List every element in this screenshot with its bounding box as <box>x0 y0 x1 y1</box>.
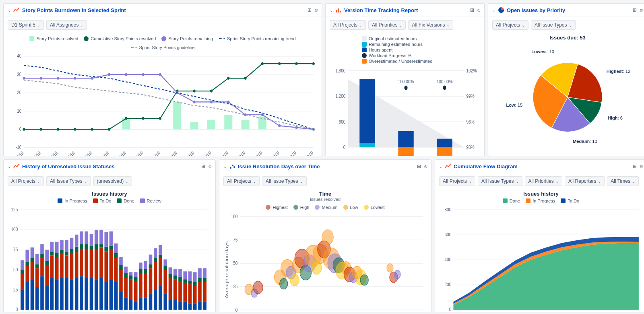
download-icon[interactable]: ⎋ <box>640 7 643 13</box>
svg-text:Medium: 10: Medium: 10 <box>573 139 597 144</box>
svg-rect-131 <box>25 262 29 266</box>
download-icon[interactable]: ⎋ <box>424 163 427 169</box>
filter-versions[interactable]: All Fix Versions <box>408 20 453 30</box>
filter-status[interactable]: (unresolved) <box>93 176 132 186</box>
collapse-icon[interactable]: ⌄ <box>223 164 227 169</box>
svg-rect-219 <box>134 277 138 281</box>
svg-rect-178 <box>85 250 88 278</box>
svg-rect-217 <box>134 302 138 310</box>
svg-point-61 <box>125 73 127 76</box>
svg-point-52 <box>278 62 281 65</box>
filter-assignee[interactable]: All Assignees <box>46 20 87 30</box>
download-icon[interactable]: ⎋ <box>208 163 211 169</box>
svg-rect-172 <box>75 235 78 247</box>
table-icon[interactable]: ⊞ <box>470 7 474 13</box>
filter-types[interactable]: All Issue Types <box>531 20 575 30</box>
table-icon[interactable]: ⊞ <box>417 163 421 169</box>
svg-rect-208 <box>119 257 123 265</box>
svg-point-57 <box>57 77 59 80</box>
svg-text:Apr 15 2019: Apr 15 2019 <box>107 150 126 156</box>
svg-point-38 <box>40 128 42 131</box>
svg-rect-170 <box>75 252 78 278</box>
svg-rect-235 <box>154 258 157 262</box>
filter-projects[interactable]: All Projects <box>223 176 260 186</box>
svg-rect-252 <box>173 269 177 275</box>
filter-times[interactable]: All Times <box>607 176 639 186</box>
svg-rect-209 <box>124 298 128 310</box>
filter-projects[interactable]: All Projects <box>492 20 528 30</box>
collapse-icon[interactable]: ⌄ <box>330 8 333 12</box>
svg-text:Apr 17 2019: Apr 17 2019 <box>141 150 161 156</box>
svg-rect-274 <box>203 282 206 302</box>
svg-text:30: 30 <box>17 72 21 77</box>
svg-rect-36 <box>258 117 266 130</box>
svg-text:200: 200 <box>444 282 451 287</box>
svg-rect-202 <box>114 258 118 282</box>
svg-rect-260 <box>183 271 187 279</box>
collapse-icon[interactable]: ⌄ <box>8 8 11 12</box>
svg-rect-253 <box>178 302 182 310</box>
svg-rect-240 <box>159 245 162 255</box>
filter-projects[interactable]: All Projects <box>330 20 366 30</box>
svg-rect-156 <box>55 242 59 253</box>
svg-rect-173 <box>80 276 83 310</box>
svg-point-51 <box>261 62 264 65</box>
table-icon[interactable]: ⊞ <box>201 163 205 169</box>
svg-point-50 <box>244 77 247 80</box>
svg-text:Apr 27 2019: Apr 27 2019 <box>277 150 297 156</box>
chart-burndown: -10010203040Apr 08 2019Apr 09 2019Apr 10… <box>8 52 318 156</box>
svg-rect-134 <box>31 262 34 279</box>
svg-text:Lowest: 10: Lowest: 10 <box>531 49 554 54</box>
filter-types[interactable]: All Issue Types <box>478 176 522 186</box>
svg-rect-189 <box>99 278 103 310</box>
svg-text:50: 50 <box>13 267 18 272</box>
svg-rect-74 <box>338 8 339 12</box>
filter-types[interactable]: All Issue Types <box>46 176 91 186</box>
panel-title: Story Points Burndown in Selected Sprint <box>22 7 308 13</box>
filter-priorities[interactable]: All Priorities <box>368 20 406 30</box>
svg-rect-195 <box>104 247 108 252</box>
table-icon[interactable]: ⊞ <box>633 163 637 169</box>
chart-bubble: 0255075100Jan 2019Apr 2019Jul 2019Oct 20… <box>223 211 427 312</box>
svg-point-56 <box>40 77 42 80</box>
svg-text:Apr 13 2019: Apr 13 2019 <box>90 150 109 156</box>
svg-rect-148 <box>45 250 49 261</box>
table-icon[interactable]: ⊞ <box>308 7 312 13</box>
svg-rect-254 <box>178 281 182 302</box>
filter-types[interactable]: All Issue Types <box>262 176 306 186</box>
svg-rect-234 <box>154 262 157 290</box>
filter-reporters[interactable]: All Reporters <box>565 176 605 186</box>
svg-rect-201 <box>114 282 118 310</box>
table-icon[interactable]: ⊞ <box>633 7 637 13</box>
filter-sprint[interactable]: D1 Sprint 5 <box>8 20 44 30</box>
svg-point-283 <box>232 165 233 166</box>
svg-rect-137 <box>35 287 39 310</box>
svg-rect-161 <box>65 278 68 310</box>
svg-text:96%: 96% <box>466 118 475 125</box>
svg-rect-186 <box>95 249 98 280</box>
svg-rect-194 <box>104 252 108 282</box>
svg-rect-180 <box>85 231 88 244</box>
svg-text:25: 25 <box>233 283 238 289</box>
svg-rect-250 <box>173 279 177 300</box>
svg-rect-136 <box>31 248 34 258</box>
filter-priorities[interactable]: All Priorities <box>525 176 562 186</box>
filter-projects[interactable]: All Projects <box>439 176 475 186</box>
download-icon[interactable]: ⎋ <box>477 7 480 13</box>
svg-rect-183 <box>90 246 93 249</box>
svg-rect-239 <box>159 254 162 258</box>
collapse-icon[interactable]: ⌄ <box>492 8 495 12</box>
svg-text:Apr 10 2019: Apr 10 2019 <box>39 150 58 156</box>
svg-text:100.00%: 100.00% <box>437 78 453 85</box>
svg-text:Apr 24 2019: Apr 24 2019 <box>226 150 246 156</box>
svg-rect-125 <box>21 290 24 310</box>
collapse-icon[interactable]: ⌄ <box>8 164 11 169</box>
svg-rect-145 <box>45 286 49 310</box>
chart-pie: Highest: 12High: 6Medium: 10Low: 15Lowes… <box>492 41 643 156</box>
filter-projects[interactable]: All Projects <box>8 176 44 186</box>
svg-point-299 <box>280 279 288 289</box>
collapse-icon[interactable]: ⌄ <box>439 164 442 169</box>
svg-rect-247 <box>169 274 172 278</box>
download-icon[interactable]: ⎋ <box>315 7 318 13</box>
download-icon[interactable]: ⎋ <box>640 163 643 169</box>
